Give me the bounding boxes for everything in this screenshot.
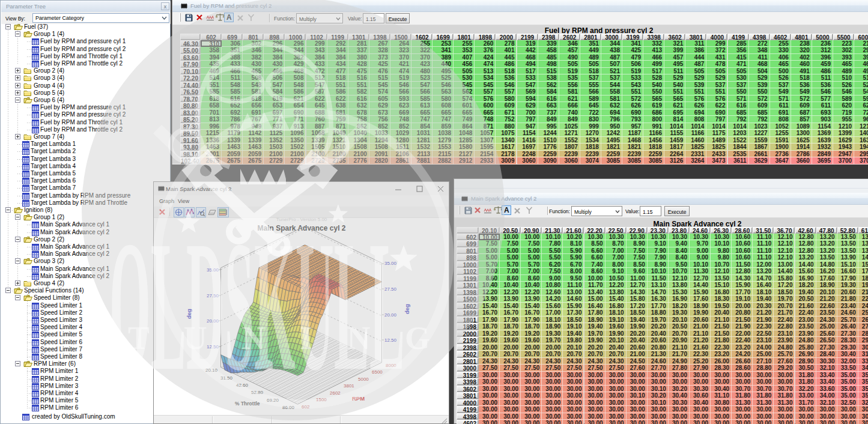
svg-text:5000: 5000 bbox=[358, 377, 369, 382]
svg-text:RPM: RPM bbox=[352, 395, 365, 402]
svg-text:20.00: 20.00 bbox=[384, 312, 397, 318]
svg-text:deg: deg bbox=[404, 304, 410, 314]
svg-text:69.20: 69.20 bbox=[267, 398, 279, 403]
svg-text:27.50: 27.50 bbox=[384, 286, 397, 292]
svg-text:6500: 6500 bbox=[372, 369, 383, 375]
svg-text:86.00: 86.00 bbox=[282, 405, 295, 410]
svg-text:% Throttle: % Throttle bbox=[235, 401, 260, 407]
svg-text:35.00: 35.00 bbox=[384, 261, 397, 266]
svg-text:27.50: 27.50 bbox=[207, 293, 219, 298]
svg-text:20.10: 20.10 bbox=[205, 368, 218, 373]
svg-text:31.50: 31.50 bbox=[220, 375, 233, 381]
svg-text:42.60: 42.60 bbox=[236, 383, 249, 388]
svg-text:602: 602 bbox=[302, 404, 310, 410]
svg-text:20.00: 20.00 bbox=[207, 318, 219, 324]
svg-text:deg: deg bbox=[186, 309, 192, 319]
svg-text:35.00: 35.00 bbox=[207, 267, 219, 273]
svg-text:12.50: 12.50 bbox=[207, 344, 219, 350]
svg-text:12.50: 12.50 bbox=[384, 338, 397, 343]
svg-text:3801: 3801 bbox=[344, 383, 354, 389]
svg-text:8000: 8000 bbox=[386, 363, 396, 368]
svg-text:52.80: 52.80 bbox=[251, 390, 264, 395]
svg-text:1500: 1500 bbox=[316, 397, 327, 402]
svg-text:2602: 2602 bbox=[330, 390, 341, 396]
